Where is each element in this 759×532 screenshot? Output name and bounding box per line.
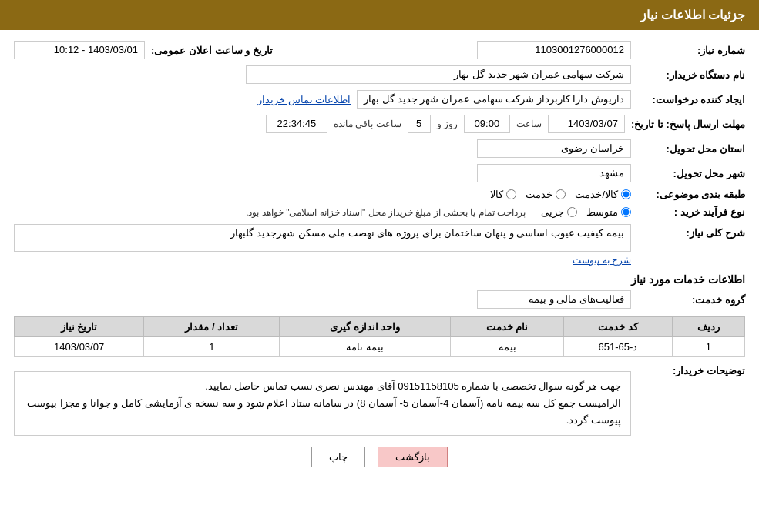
table-row: 1د-65-651بیمهبیمه نامه11403/03/07: [15, 337, 745, 357]
creator-row: ایجاد کننده درخواست: داریوش دارا کاربردا…: [14, 90, 745, 109]
description-row: شرح کلی نیاز: بیمه کیفیت عیوب اساسی و پن…: [14, 224, 745, 266]
col-header-unit: واحد اندازه گیری: [280, 317, 451, 337]
buytype-jazii-radio[interactable]: [567, 207, 577, 217]
date-label: تاریخ و ساعت اعلان عمومی:: [151, 45, 273, 56]
back-button[interactable]: بازگشت: [378, 447, 448, 467]
buyer-notes-label: توضیحات خریدار:: [637, 365, 745, 376]
col-header-count: تعداد / مقدار: [144, 317, 280, 337]
deadline-date: 1403/03/07: [548, 115, 625, 133]
buyer-notes-text: جهت هر گونه سوال تخصصی با شماره 09151158…: [27, 380, 621, 426]
buytype-label: نوع فرآیند خرید :: [637, 206, 745, 218]
category-kala-khadamat-item: کالا/خدمت: [575, 189, 631, 200]
deadline-days-label: روز و: [437, 119, 458, 129]
table-cell-code: د-65-651: [564, 337, 673, 357]
content-area: شماره نیاز: 1103001276000012 تاریخ و ساع…: [0, 30, 759, 486]
description-link[interactable]: شرح به پیوست: [14, 255, 631, 266]
category-row: طبقه بندی موضوعی: کالا/خدمت خدمت کالا: [14, 189, 745, 200]
button-row: بازگشت چاپ: [14, 447, 745, 467]
province-label: استان محل تحویل:: [637, 143, 745, 155]
creator-link[interactable]: اطلاعات تماس خریدار: [257, 94, 351, 105]
table-cell-date: 1403/03/07: [15, 337, 144, 357]
province-value: خراسان رضوی: [477, 139, 631, 158]
buytype-row: نوع فرآیند خرید : متوسط جزیی پرداخت تمام…: [14, 206, 745, 218]
category-kala-khadamat-radio[interactable]: [621, 189, 631, 199]
buyer-station-value: شرکت سهامی عمران شهر جدید گل بهار: [246, 65, 631, 84]
category-khadamat-radio[interactable]: [556, 189, 566, 199]
buyer-station-row: نام دستگاه خریدار: شرکت سهامی عمران شهر …: [14, 65, 745, 84]
category-khadamat-item: خدمت: [526, 189, 566, 200]
category-kala-label: کالا: [490, 189, 503, 200]
buytype-radio-group: متوسط جزیی: [541, 206, 631, 218]
city-row: شهر محل تحویل: مشهد: [14, 164, 745, 182]
deadline-days: 5: [408, 115, 431, 133]
category-radio-group: کالا/خدمت خدمت کالا: [490, 189, 631, 200]
buyer-station-label: نام دستگاه خریدار:: [637, 69, 745, 81]
description-label: شرح کلی نیاز:: [637, 224, 745, 239]
buyer-notes-row: توضیحات خریدار: جهت هر گونه سوال تخصصی ب…: [14, 365, 745, 436]
need-number-row: شماره نیاز: 1103001276000012 تاریخ و ساع…: [14, 41, 745, 59]
category-kala-khadamat-label: کالا/خدمت: [575, 189, 618, 200]
services-table: ردیف کد خدمت نام خدمت واحد اندازه گیری ت…: [14, 316, 745, 357]
buytype-note: پرداخت تمام یا بخشی از مبلغ خریداز محل "…: [246, 207, 526, 218]
services-table-section: ردیف کد خدمت نام خدمت واحد اندازه گیری ت…: [14, 316, 745, 357]
buytype-jazii-item: جزیی: [541, 206, 577, 218]
buyer-notes-value: جهت هر گونه سوال تخصصی با شماره 09151158…: [14, 371, 631, 436]
page-title: جزئیات اطلاعات نیاز: [640, 8, 745, 22]
buytype-motavasset-label: متوسط: [586, 206, 618, 218]
deadline-time-label: ساعت: [516, 119, 542, 129]
deadline-time: 09:00: [464, 115, 510, 133]
col-header-name: نام خدمت: [451, 317, 564, 337]
category-kala-item: کالا: [490, 189, 516, 200]
table-cell-name: بیمه: [451, 337, 564, 357]
page-container: جزئیات اطلاعات نیاز شماره نیاز: 11030012…: [0, 0, 759, 532]
category-kala-radio[interactable]: [506, 189, 516, 199]
print-button[interactable]: چاپ: [311, 447, 365, 467]
service-group-label: گروه خدمت:: [637, 294, 745, 306]
table-cell-count: 1: [144, 337, 280, 357]
buytype-jazii-label: جزیی: [541, 206, 564, 218]
deadline-label: مهلت ارسال پاسخ: تا تاریخ:: [631, 119, 745, 130]
buytype-motavasset-radio[interactable]: [621, 207, 631, 217]
service-group-value: فعالیت‌های مالی و بیمه: [477, 290, 631, 309]
province-row: استان محل تحویل: خراسان رضوی: [14, 139, 745, 158]
category-label: طبقه بندی موضوعی:: [637, 189, 745, 200]
city-value: مشهد: [477, 164, 631, 182]
need-number-value: 1103001276000012: [477, 41, 631, 59]
description-value: بیمه کیفیت عیوب اساسی و پنهان ساختمان بر…: [14, 224, 631, 252]
deadline-row: مهلت ارسال پاسخ: تا تاریخ: 1403/03/07 سا…: [14, 115, 745, 133]
page-header: جزئیات اطلاعات نیاز: [0, 0, 759, 30]
col-header-code: کد خدمت: [564, 317, 673, 337]
col-header-row: ردیف: [672, 317, 744, 337]
buytype-motavasset-item: متوسط: [586, 206, 631, 218]
deadline-remaining-label: ساعت باقی مانده: [334, 119, 401, 129]
table-cell-row: 1: [672, 337, 744, 357]
creator-label: ایجاد کننده درخواست:: [637, 94, 745, 105]
service-group-row: گروه خدمت: فعالیت‌های مالی و بیمه: [14, 290, 745, 309]
date-value: 1403/03/01 - 10:12: [14, 41, 145, 59]
city-label: شهر محل تحویل:: [637, 168, 745, 179]
deadline-remaining: 22:34:45: [266, 115, 327, 133]
table-cell-unit: بیمه نامه: [280, 337, 451, 357]
col-header-date: تاریخ نیاز: [15, 317, 144, 337]
need-number-label: شماره نیاز:: [637, 45, 745, 56]
services-section-header: اطلاعات خدمات مورد نیاز: [14, 273, 745, 286]
creator-value: داریوش دارا کاربرداز شرکت سهامی عمران شه…: [357, 90, 631, 109]
category-khadamat-label: خدمت: [526, 189, 552, 200]
